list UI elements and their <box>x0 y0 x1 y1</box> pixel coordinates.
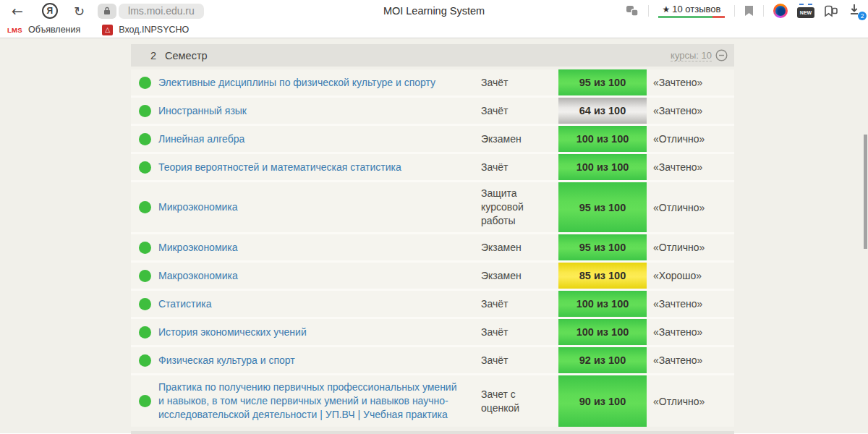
score-badge: 100 из 100 <box>558 319 647 345</box>
new-badge-icon[interactable]: NEW <box>797 7 814 18</box>
status-dot-cell <box>131 98 158 124</box>
course-link[interactable]: Микроэкономика <box>158 200 238 214</box>
downloads-button[interactable]: 2 <box>848 3 864 19</box>
course-link[interactable]: Элективные дисциплины по физической куль… <box>158 76 435 90</box>
course-name-cell: Теория вероятностей и математическая ста… <box>158 154 481 180</box>
back-button[interactable]: ← <box>12 3 23 19</box>
status-dot-cell <box>131 126 158 152</box>
toolbar-right-icons: ★10 отзывов NEW 2 <box>626 0 864 22</box>
grade-cell: «Отлично» <box>647 182 734 232</box>
status-dot-cell <box>131 69 158 95</box>
score-badge: 95 из 100 <box>558 182 647 232</box>
bookmarks-bar: LMS Объявления △ Вход.INPSYCHO <box>0 22 868 38</box>
status-dot-icon <box>139 326 151 339</box>
course-name-cell: Элективные дисциплины по физической куль… <box>158 69 481 95</box>
control-type-cell: Экзамен <box>481 263 558 289</box>
status-dot-icon <box>139 77 151 89</box>
score-badge: 100 из 100 <box>558 126 647 152</box>
site-reviews[interactable]: ★10 отзывов <box>658 4 725 18</box>
table-row: Теория вероятностей и математическая ста… <box>131 154 734 180</box>
table-row: Физическая культура и спорт Зачёт 92 из … <box>131 347 734 373</box>
table-row: История экономических учений Зачёт 100 и… <box>131 319 734 345</box>
table-row: Элективные дисциплины по физической куль… <box>131 69 734 95</box>
score-badge: 95 из 100 <box>558 234 647 260</box>
extension-icon[interactable] <box>773 4 788 18</box>
collapse-semester-button[interactable] <box>715 49 728 61</box>
status-dot-cell <box>131 347 158 373</box>
course-link[interactable]: Иностранный язык <box>158 104 247 118</box>
address-bar[interactable]: lms.moi.edu.ru <box>98 4 204 19</box>
bookmark-item-inpsycho[interactable]: △ Вход.INPSYCHO <box>102 25 189 35</box>
status-dot-icon <box>139 298 151 310</box>
semester-header-3: 3 Семестр курсы: 10 <box>131 431 734 434</box>
downloads-count-badge: 2 <box>858 12 867 20</box>
table-row: Линейная алгебра Экзамен 100 из 100 «Отл… <box>131 126 734 152</box>
semester-title: Семестр <box>165 50 208 61</box>
url-text[interactable]: lms.moi.edu.ru <box>119 4 204 19</box>
semester-header-2: 2 Семестр курсы: 10 <box>131 44 734 67</box>
refresh-button[interactable]: ↻ <box>74 4 85 19</box>
course-name-cell: Физическая культура и спорт <box>158 347 481 373</box>
course-link[interactable]: Теория вероятностей и математическая ста… <box>158 161 401 174</box>
browser-toolbar: ← Я ↻ lms.moi.edu.ru MOI Learning System… <box>0 0 868 22</box>
table-row: Иностранный язык Зачёт 64 из 100 «Зачтен… <box>131 98 734 124</box>
bookmark-item-announcements[interactable]: LMS Объявления <box>7 25 80 35</box>
course-link[interactable]: История экономических учений <box>158 326 307 339</box>
score-badge: 64 из 100 <box>558 98 647 124</box>
table-row: Практика по получению первичных професси… <box>131 375 734 427</box>
status-dot-cell <box>131 291 158 317</box>
course-name-cell: Линейная алгебра <box>158 126 481 152</box>
control-type-cell: Экзамен <box>481 234 558 260</box>
course-link[interactable]: Линейная алгебра <box>158 132 244 146</box>
status-dot-icon <box>139 270 151 282</box>
yandex-browser-icon[interactable]: Я <box>42 3 58 19</box>
vertical-scrollbar-thumb[interactable] <box>864 135 867 249</box>
table-row: Микроэкономика Экзамен 95 из 100 «Отличн… <box>131 234 734 260</box>
status-dot-icon <box>139 161 151 174</box>
course-link[interactable]: Физическая культура и спорт <box>158 354 295 367</box>
bookmark-flag-icon[interactable] <box>744 5 754 17</box>
collections-icon[interactable] <box>824 5 838 17</box>
courses-count-link[interactable]: курсы: 10 <box>671 50 712 61</box>
grade-cell: «Зачтено» <box>647 347 734 373</box>
status-dot-icon <box>139 105 151 117</box>
score-badge: 100 из 100 <box>558 154 647 180</box>
course-link[interactable]: Макроэкономика <box>158 269 238 283</box>
status-dot-icon <box>139 133 151 145</box>
grade-cell: «Зачтено» <box>647 98 734 124</box>
divider <box>763 5 764 17</box>
control-type-cell: Зачёт <box>481 291 558 317</box>
grades-table: 2 Семестр курсы: 10 Элективные дисциплин… <box>131 44 734 434</box>
status-dot-cell <box>131 234 158 260</box>
score-badge: 92 из 100 <box>558 347 647 373</box>
status-dot-cell <box>131 182 158 232</box>
semester-number: 2 <box>150 50 156 61</box>
score-badge: 90 из 100 <box>558 375 647 427</box>
grade-cell: «Зачтено» <box>647 291 734 317</box>
protect-icon[interactable] <box>626 5 639 17</box>
reviews-label: ★10 отзывов <box>663 4 721 14</box>
score-badge: 100 из 100 <box>558 291 647 317</box>
status-dot-icon <box>139 201 151 213</box>
grade-cell: «Зачтено» <box>647 154 734 180</box>
course-name-cell: Микроэкономика <box>158 234 481 260</box>
lms-favicon: LMS <box>7 26 22 34</box>
grade-cell: «Отлично» <box>647 126 734 152</box>
lock-icon[interactable] <box>98 4 116 19</box>
rating-bar <box>658 16 725 18</box>
control-type-cell: Зачёт <box>481 347 558 373</box>
grade-cell: «Зачтено» <box>647 69 734 95</box>
course-link[interactable]: Микроэкономика <box>158 241 238 255</box>
grade-cell: «Зачтено» <box>647 319 734 345</box>
table-row: Микроэкономика Защита курсовой работы 95… <box>131 182 734 232</box>
course-name-cell: История экономических учений <box>158 319 481 345</box>
status-dot-icon <box>139 242 151 254</box>
control-type-cell: Зачёт <box>481 154 558 180</box>
course-link[interactable]: Статистика <box>158 297 212 311</box>
course-link[interactable]: Практика по получению первичных професси… <box>158 380 459 422</box>
control-type-cell: Зачет с оценкой <box>481 375 558 427</box>
course-name-cell: Статистика <box>158 291 481 317</box>
control-type-cell: Зачёт <box>481 319 558 345</box>
grade-cell: «Отлично» <box>647 234 734 260</box>
course-name-cell: Микроэкономика <box>158 182 481 232</box>
